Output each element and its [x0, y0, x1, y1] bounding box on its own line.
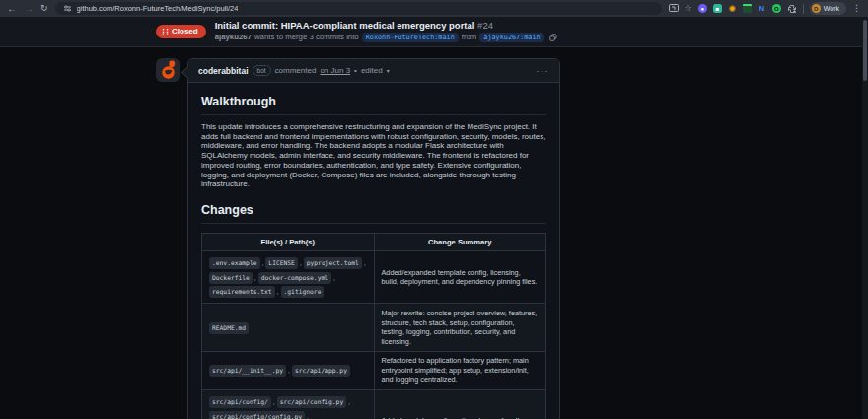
edited-caret-icon[interactable]: ▾: [387, 67, 390, 74]
base-branch-label[interactable]: Roxonn-FutureTech:main: [362, 33, 459, 42]
edited-label[interactable]: edited: [361, 66, 383, 75]
changes-heading: Changes: [201, 203, 546, 224]
pip-icon[interactable]: [669, 4, 679, 13]
files-cell: src/api/config/ , src/api/config.py , sr…: [202, 389, 375, 419]
browser-toolbar: ← → ↻ github.com/Roxonn-FutureTech/MediS…: [0, 0, 868, 17]
comment-card: coderabbitai bot commented on Jun 3 • ed…: [187, 58, 560, 419]
file-path-pill: .env.example: [209, 257, 260, 269]
pr-title: Initial commit: HIPAA-compliant medical …: [215, 21, 557, 31]
changes-table-body: .env.example , LICENSE , pyproject.toml …: [202, 250, 546, 419]
browser-window: ← → ↻ github.com/Roxonn-FutureTech/MediS…: [0, 0, 868, 419]
summary-column-header: Change Summary: [374, 233, 546, 250]
pill-separator: ,: [346, 398, 350, 405]
site-info-icon[interactable]: [63, 4, 72, 13]
files-cell: README.md: [202, 304, 375, 351]
file-path-pill: src/api/config/config.py: [209, 411, 305, 419]
pill-separator: ,: [275, 288, 281, 295]
extensions-puzzle-icon[interactable]: [787, 4, 797, 14]
url-text[interactable]: github.com/Roxonn-FutureTech/MediSync/pu…: [77, 4, 239, 13]
scrollbar-thumb[interactable]: [863, 20, 867, 81]
files-cell: src/api/__init__.py , src/api/app.py: [202, 351, 375, 389]
address-bar[interactable]: github.com/Roxonn-FutureTech/MediSync/pu…: [55, 2, 662, 15]
summary-cell: Added modular configuration classes for …: [374, 389, 546, 419]
browser-menu-icon[interactable]: ⋮: [852, 0, 861, 17]
extension-icon-green-flag[interactable]: [743, 4, 752, 13]
toolbar-separator: [803, 4, 804, 14]
pr-author-link[interactable]: ajayku267: [215, 34, 252, 42]
comment-body: Walkthrough This update introduces a com…: [188, 83, 559, 419]
pr-merge-summary: ajayku267 wants to merge 3 commits into …: [215, 33, 557, 42]
reload-icon[interactable]: ↻: [40, 0, 48, 17]
summary-cell: Refactored to application factory patter…: [374, 351, 546, 389]
file-path-pill: pyproject.toml: [304, 257, 362, 269]
changes-table: File(s) / Path(s) Change Summary .env.ex…: [201, 233, 546, 419]
extension-icon-purple[interactable]: ●: [698, 4, 707, 13]
comment-kebab-icon[interactable]: ···: [537, 68, 550, 74]
profile-avatar: D: [812, 4, 821, 13]
pill-separator: ,: [298, 259, 304, 266]
pr-number: #24: [477, 20, 493, 31]
head-branch-label[interactable]: ajayku267:main: [479, 33, 543, 42]
page-scrollbar[interactable]: [862, 17, 868, 419]
pill-separator: ,: [253, 274, 258, 281]
pr-from-text: from: [462, 34, 477, 42]
pull-request-closed-icon: [162, 28, 169, 36]
extension-icon-n[interactable]: N: [758, 4, 766, 13]
pr-titles: Initial commit: HIPAA-compliant medical …: [215, 21, 557, 43]
file-path-pill: .gitignore: [281, 286, 325, 298]
extension-icon-teal[interactable]: ■: [713, 4, 722, 13]
comment-action-text: commented: [275, 66, 317, 75]
file-path-pill: src/api/__init__.py: [209, 365, 286, 377]
file-path-pill: src/api/config.py: [277, 396, 346, 408]
bot-badge: bot: [253, 65, 271, 76]
table-row: src/api/__init__.py , src/api/app.pyRefa…: [202, 351, 546, 389]
file-path-pill: Dockerfile: [209, 272, 253, 284]
toolbar-actions: ☆ ● ■ ✺ N O D Work ⋮: [669, 0, 861, 17]
pr-status-label: Closed: [172, 28, 198, 35]
file-path-pill: README.md: [209, 322, 249, 334]
pill-separator: ,: [271, 398, 277, 405]
table-row: .env.example , LICENSE , pyproject.toml …: [202, 250, 546, 304]
walkthrough-heading: Walkthrough: [201, 95, 546, 115]
file-path-pill: docker-compose.yml: [258, 272, 331, 284]
files-cell: .env.example , LICENSE , pyproject.toml …: [202, 250, 375, 304]
pr-status-badge: Closed: [156, 25, 206, 38]
extension-icon-sun[interactable]: ✺: [728, 4, 737, 13]
dot-separator: •: [354, 66, 357, 75]
back-icon[interactable]: ←: [7, 0, 17, 17]
pr-header: Closed Initial commit: HIPAA-compliant m…: [0, 17, 868, 47]
profile-name: Work: [824, 5, 839, 12]
forward-icon[interactable]: →: [24, 0, 34, 17]
profile-chip[interactable]: D Work: [810, 2, 846, 15]
comment-header: coderabbitai bot commented on Jun 3 • ed…: [188, 59, 559, 83]
files-column-header: File(s) / Path(s): [202, 233, 375, 250]
coderabbit-logo-icon: [156, 58, 180, 82]
pill-separator: ,: [286, 367, 292, 374]
copy-branch-icon[interactable]: [549, 34, 557, 41]
summary-cell: Added/expanded template config, licensin…: [374, 250, 546, 304]
walkthrough-paragraph: This update introduces a comprehensive r…: [201, 122, 546, 189]
commenter-avatar[interactable]: [156, 58, 180, 82]
table-header-row: File(s) / Path(s) Change Summary: [202, 233, 546, 250]
pill-separator: ,: [331, 274, 335, 281]
summary-cell: Major rewrite: concise project overview,…: [374, 304, 546, 351]
pill-separator: ,: [305, 413, 309, 419]
bookmark-star-icon[interactable]: ☆: [685, 0, 692, 17]
comment-date-link[interactable]: on Jun 3: [320, 66, 350, 75]
extension-icon-green-circle[interactable]: O: [772, 4, 781, 13]
pr-title-text: Initial commit: HIPAA-compliant medical …: [215, 20, 475, 31]
table-row: README.mdMajor rewrite: concise project …: [202, 304, 546, 351]
file-path-pill: src/api/config/: [209, 396, 271, 408]
pill-separator: ,: [362, 259, 366, 266]
file-path-pill: LICENSE: [265, 257, 298, 269]
file-path-pill: src/api/app.py: [292, 365, 350, 377]
table-row: src/api/config/ , src/api/config.py , sr…: [202, 389, 546, 419]
comment-author[interactable]: coderabbitai: [198, 66, 249, 76]
pr-merge-text: wants to merge 3 commits into: [254, 34, 359, 42]
file-path-pill: requirements.txt: [209, 286, 275, 298]
